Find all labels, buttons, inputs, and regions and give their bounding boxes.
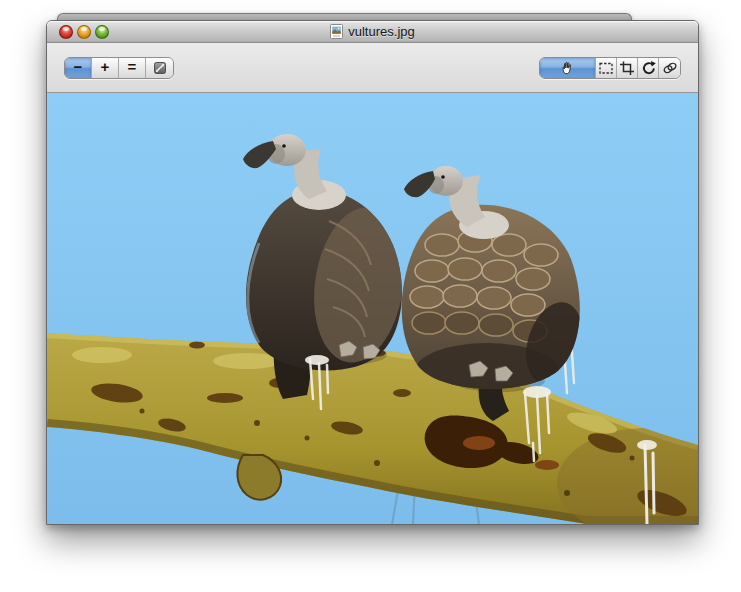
image-viewer-window: vultures.jpg − + = <box>46 20 699 525</box>
window-title-area: vultures.jpg <box>47 21 698 42</box>
rotate-tool-button[interactable] <box>638 58 659 78</box>
marquee-selection-icon <box>598 60 614 76</box>
zoom-to-fit-icon <box>152 60 168 76</box>
plus-icon: + <box>101 59 110 74</box>
jpeg-file-icon <box>330 24 343 39</box>
branch-knob <box>237 455 281 500</box>
link-tool-button[interactable] <box>659 58 680 78</box>
crop-tool-button[interactable] <box>617 58 638 78</box>
equals-icon: = <box>128 59 137 74</box>
actual-size-button[interactable]: = <box>119 58 146 78</box>
zoom-to-fit-button[interactable] <box>146 58 173 78</box>
zoom-in-button[interactable]: + <box>92 58 119 78</box>
crop-icon <box>619 60 635 76</box>
toolbar: − + = <box>47 43 698 93</box>
right-vulture-eye <box>441 175 445 179</box>
zoom-segmented-control: − + = <box>64 57 174 79</box>
rotate-icon <box>640 60 656 76</box>
link-rings-icon <box>662 60 678 76</box>
photo-canvas[interactable] <box>47 93 698 524</box>
hand-icon <box>560 60 576 76</box>
minus-icon: − <box>74 59 83 74</box>
select-tool-button[interactable] <box>596 58 617 78</box>
titlebar[interactable]: vultures.jpg <box>47 21 698 43</box>
zoom-out-button[interactable]: − <box>65 58 92 78</box>
tools-segmented-control <box>539 57 681 79</box>
pan-tool-button[interactable] <box>540 58 596 78</box>
window-title: vultures.jpg <box>348 24 414 39</box>
left-vulture-eye <box>282 144 286 148</box>
